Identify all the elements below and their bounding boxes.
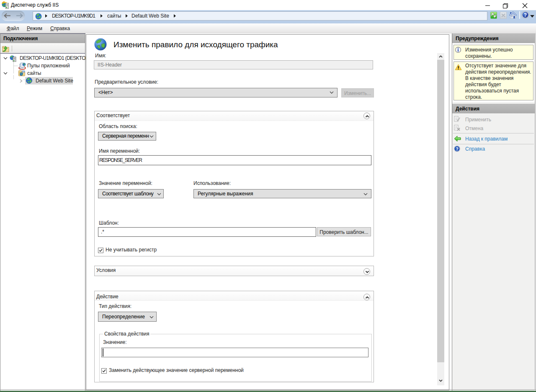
svg-text:?: ? bbox=[456, 146, 458, 151]
svg-text:?: ? bbox=[524, 12, 527, 18]
